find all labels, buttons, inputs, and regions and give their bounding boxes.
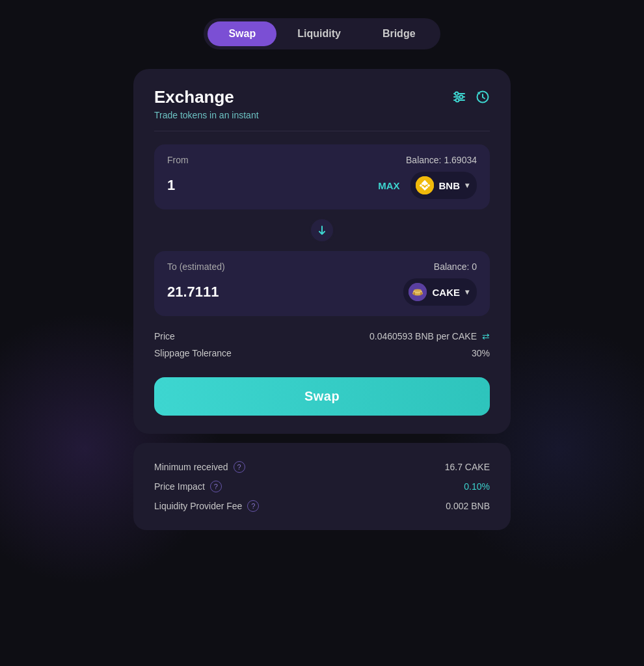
from-token-symbol: BNB [439, 180, 461, 191]
exchange-card: Exchange Trade tokens in an instant [133, 69, 511, 434]
svg-point-3 [455, 92, 459, 96]
from-label: From [167, 155, 189, 165]
price-impact-row: Price Impact ? 0.10% [154, 477, 490, 496]
price-value: 0.0460593 BNB per CAKE ⇄ [369, 331, 490, 341]
to-token-box: To (estimated) Balance: 0 21.7111 [154, 251, 490, 316]
swap-direction-button[interactable] [309, 217, 335, 243]
tab-bridge[interactable]: Bridge [362, 21, 436, 46]
to-token-selector[interactable]: CAKE ▾ [403, 278, 477, 306]
to-box-header: To (estimated) Balance: 0 [167, 261, 477, 272]
price-row: Price 0.0460593 BNB per CAKE ⇄ [154, 328, 490, 345]
tab-liquidity[interactable]: Liquidity [276, 21, 362, 46]
slippage-value: 30% [472, 348, 490, 358]
card-subtitle: Trade tokens in an instant [154, 110, 259, 120]
price-impact-help-icon[interactable]: ? [210, 481, 222, 492]
from-token-box: From Balance: 1.69034 MAX [154, 144, 490, 209]
from-token-selector[interactable]: BNB ▾ [410, 172, 477, 199]
liquidity-fee-row: Liquidity Provider Fee ? 0.002 BNB [154, 496, 490, 516]
cake-token-icon [409, 283, 427, 301]
liquidity-fee-value: 0.002 BNB [446, 501, 490, 511]
from-box-header: From Balance: 1.69034 [167, 155, 477, 165]
history-icon[interactable] [476, 90, 490, 104]
minimum-received-label: Minimum received ? [154, 461, 245, 473]
max-button[interactable]: MAX [378, 180, 399, 191]
from-balance: Balance: 1.69034 [406, 155, 477, 165]
to-token-chevron: ▾ [465, 287, 469, 297]
price-impact-value: 0.10% [464, 481, 490, 492]
liquidity-fee-help-icon[interactable]: ? [247, 500, 259, 512]
bnb-token-icon [416, 176, 434, 194]
price-label: Price [154, 331, 175, 341]
svg-point-4 [460, 96, 463, 99]
liquidity-fee-label: Liquidity Provider Fee ? [154, 500, 259, 512]
price-info: Price 0.0460593 BNB per CAKE ⇄ Slippage … [154, 328, 490, 362]
card-title: Exchange [154, 87, 259, 107]
slippage-row: Slippage Tolerance 30% [154, 345, 490, 362]
info-card: Minimum received ? 16.7 CAKE Price Impac… [133, 443, 511, 530]
to-balance: Balance: 0 [434, 261, 477, 272]
swap-button[interactable]: Swap [154, 377, 490, 416]
svg-point-5 [456, 99, 459, 102]
header-icons [452, 90, 490, 104]
tab-swap[interactable]: Swap [208, 21, 276, 46]
to-token-symbol: CAKE [432, 287, 460, 298]
card-header: Exchange Trade tokens in an instant [154, 87, 490, 120]
minimum-received-row: Minimum received ? 16.7 CAKE [154, 457, 490, 477]
price-swap-icon[interactable]: ⇄ [482, 331, 490, 341]
price-impact-label: Price Impact ? [154, 481, 222, 492]
from-amount-input[interactable] [167, 177, 370, 194]
slippage-label: Slippage Tolerance [154, 348, 232, 358]
tab-bar: Swap Liquidity Bridge [204, 18, 440, 49]
from-input-row: MAX BNB ▾ [167, 172, 477, 199]
divider [154, 131, 490, 131]
to-label: To (estimated) [167, 261, 225, 272]
settings-icon[interactable] [452, 90, 466, 104]
to-input-row: 21.7111 CAKE ▾ [167, 278, 477, 306]
card-title-block: Exchange Trade tokens in an instant [154, 87, 259, 120]
minimum-received-help-icon[interactable]: ? [234, 461, 245, 473]
swap-direction-container [154, 217, 490, 243]
to-amount-display: 21.7111 [167, 284, 396, 300]
svg-point-11 [414, 289, 422, 292]
minimum-received-value: 16.7 CAKE [445, 462, 490, 472]
from-token-chevron: ▾ [465, 181, 469, 190]
